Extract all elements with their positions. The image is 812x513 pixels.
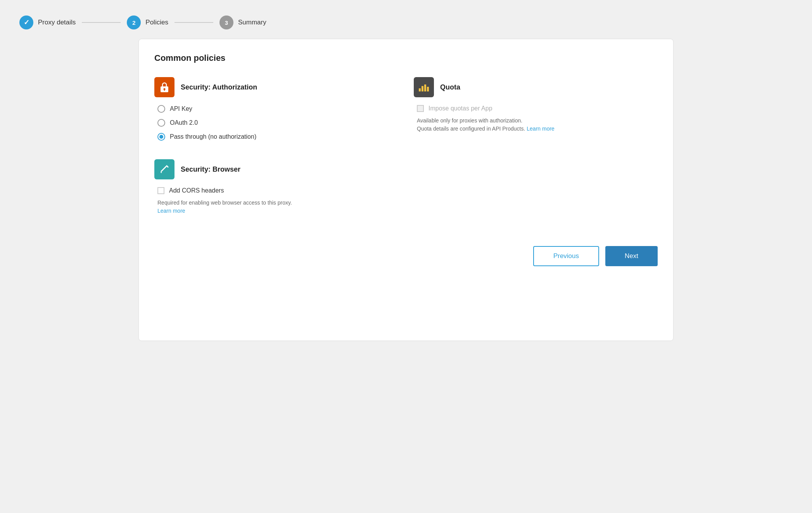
checkmark-icon: ✓ xyxy=(24,18,29,27)
auth-radio-group: API Key OAuth 2.0 Pass through (no autho… xyxy=(154,105,398,141)
step-circle-policies: 2 xyxy=(127,15,141,29)
quota-title: Quota xyxy=(440,83,460,91)
svg-rect-2 xyxy=(164,89,165,91)
radio-api-key[interactable]: API Key xyxy=(157,105,398,113)
step-summary: 3 Summary xyxy=(219,15,266,29)
security-browser-section: Security: Browser Add CORS headers Requi… xyxy=(154,159,658,215)
card-title: Common policies xyxy=(154,53,658,63)
quota-checkbox-option: Impose quotas per App xyxy=(417,105,658,112)
security-browser-header: Security: Browser xyxy=(154,159,658,179)
quota-learn-more-link[interactable]: Learn more xyxy=(527,126,555,132)
step-label-policies: Policies xyxy=(145,19,168,26)
cors-content: Add CORS headers Required for enabling w… xyxy=(154,187,658,215)
pencil-icon xyxy=(159,164,170,175)
quota-description: Available only for proxies with authoriz… xyxy=(417,117,658,133)
step-circle-summary: 3 xyxy=(219,15,233,29)
quota-icon xyxy=(414,77,434,97)
policies-grid-top: Security: Authorization API Key OAuth 2.… xyxy=(154,77,658,141)
radio-input-oauth2[interactable] xyxy=(157,119,165,127)
radio-label-oauth2: OAuth 2.0 xyxy=(170,119,198,126)
security-browser-title: Security: Browser xyxy=(181,165,240,174)
step-policies: 2 Policies xyxy=(127,15,168,29)
cors-description: Required for enabling web browser access… xyxy=(157,199,658,215)
svg-rect-4 xyxy=(422,86,423,91)
security-auth-header: Security: Authorization xyxy=(154,77,398,97)
quota-checkbox-label: Impose quotas per App xyxy=(428,105,492,112)
step-connector-1 xyxy=(82,22,121,23)
quota-section: Quota Impose quotas per App Available on… xyxy=(414,77,658,141)
bottom-actions: Previous Next xyxy=(154,238,658,266)
step-circle-proxy-details: ✓ xyxy=(19,15,33,29)
radio-label-api-key: API Key xyxy=(170,105,192,112)
quota-content: Impose quotas per App Available only for… xyxy=(414,105,658,133)
cors-checkbox[interactable] xyxy=(157,187,164,194)
main-card: Common policies Security: Authorization xyxy=(138,39,674,341)
chart-bar-icon xyxy=(418,82,430,92)
svg-rect-3 xyxy=(419,88,421,91)
svg-rect-5 xyxy=(424,84,426,91)
step-proxy-details: ✓ Proxy details xyxy=(19,15,76,29)
security-auth-icon xyxy=(154,77,174,97)
cors-checkbox-option: Add CORS headers xyxy=(157,187,658,194)
policies-second-row: Security: Browser Add CORS headers Requi… xyxy=(154,159,658,215)
security-browser-icon xyxy=(154,159,174,179)
cors-learn-more-link[interactable]: Learn more xyxy=(157,208,185,214)
svg-rect-6 xyxy=(427,87,429,91)
step-label-proxy-details: Proxy details xyxy=(38,19,76,26)
lock-icon xyxy=(159,81,170,93)
cors-checkbox-label: Add CORS headers xyxy=(169,187,224,194)
stepper: ✓ Proxy details 2 Policies 3 Summary xyxy=(8,8,804,39)
security-authorization-section: Security: Authorization API Key OAuth 2.… xyxy=(154,77,398,141)
security-auth-title: Security: Authorization xyxy=(181,83,257,91)
radio-input-api-key[interactable] xyxy=(157,105,165,113)
radio-oauth2[interactable]: OAuth 2.0 xyxy=(157,119,398,127)
next-button[interactable]: Next xyxy=(605,246,658,266)
radio-pass-through[interactable]: Pass through (no authorization) xyxy=(157,133,398,141)
quota-checkbox[interactable] xyxy=(417,105,424,112)
step-label-summary: Summary xyxy=(238,19,266,26)
previous-button[interactable]: Previous xyxy=(533,246,599,266)
radio-label-pass-through: Pass through (no authorization) xyxy=(170,133,256,140)
step-connector-2 xyxy=(174,22,213,23)
quota-header: Quota xyxy=(414,77,658,97)
radio-input-pass-through[interactable] xyxy=(157,133,165,141)
